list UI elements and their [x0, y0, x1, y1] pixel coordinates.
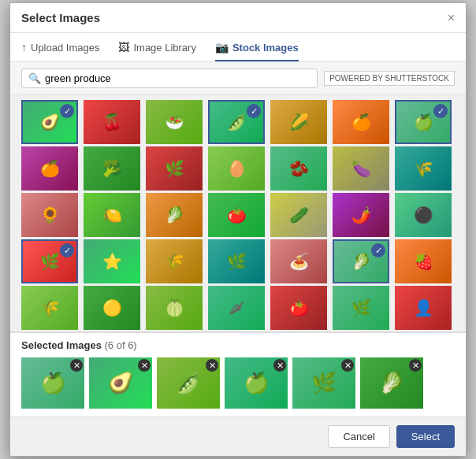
tab-library-label: Image Library — [133, 42, 195, 54]
selected-check-badge: ✓ — [60, 243, 74, 257]
image-cell[interactable]: 🫛✓ — [208, 100, 265, 144]
image-cell[interactable]: 🌿 — [146, 146, 203, 191]
image-cell[interactable]: 🍝 — [270, 239, 327, 283]
selected-thumb: 🌿✕ — [292, 357, 355, 409]
search-icon: 🔍 — [28, 72, 41, 84]
image-cell[interactable]: ⚫ — [395, 193, 452, 237]
library-icon: 🖼 — [118, 41, 129, 54]
search-input-wrap: 🔍 — [21, 68, 318, 88]
image-cell[interactable]: 🍒 — [84, 100, 140, 144]
selected-thumbs: 🍏✕🥑✕🫛✕🍏✕🌿✕🥬✕ — [21, 357, 455, 409]
search-bar: 🔍 POWERED BY SHUTTERSTOCK — [10, 62, 466, 95]
selected-check-badge: ✓ — [433, 104, 448, 118]
remove-selected-button[interactable]: ✕ — [138, 359, 151, 372]
image-cell[interactable]: 🌿✓ — [21, 239, 78, 283]
modal-title: Select Images — [21, 11, 100, 24]
modal-footer: Cancel Select — [10, 416, 466, 456]
select-button[interactable]: Select — [396, 425, 455, 448]
image-cell[interactable]: 🌿 — [333, 286, 389, 330]
tab-stock[interactable]: 📷 Stock Images — [215, 41, 299, 61]
image-cell[interactable]: 🍈 — [146, 286, 203, 330]
tab-bar: ↑ Upload Images 🖼 Image Library 📷 Stock … — [10, 33, 466, 62]
image-cell[interactable]: 🥬✓ — [333, 239, 389, 283]
selected-thumb: 🫛✕ — [157, 357, 220, 409]
image-cell[interactable]: 👤 — [395, 286, 452, 330]
image-cell[interactable]: 🥑✓ — [21, 100, 78, 144]
modal-header: Select Images × — [10, 3, 466, 33]
tab-library[interactable]: 🖼 Image Library — [118, 41, 195, 61]
image-cell[interactable]: 🍆 — [333, 146, 389, 191]
selected-section: Selected Images (6 of 6) 🍏✕🥑✕🫛✕🍏✕🌿✕🥬✕ — [10, 331, 466, 416]
image-cell[interactable]: 🌶 — [208, 286, 265, 330]
image-cell[interactable]: 🥚 — [208, 146, 265, 191]
remove-selected-button[interactable]: ✕ — [409, 359, 422, 372]
image-cell[interactable]: 🍓 — [395, 239, 452, 283]
tab-upload[interactable]: ↑ Upload Images — [21, 41, 99, 61]
remove-selected-button[interactable]: ✕ — [70, 359, 83, 372]
image-cell[interactable]: 🌶️ — [333, 193, 389, 237]
remove-selected-button[interactable]: ✕ — [273, 359, 286, 372]
image-cell[interactable]: 🍊 — [21, 146, 78, 191]
tab-upload-label: Upload Images — [31, 42, 99, 54]
selected-count: (6 of 6) — [105, 339, 137, 351]
image-cell[interactable]: ⭐ — [84, 239, 140, 283]
select-images-modal: Select Images × ↑ Upload Images 🖼 Image … — [9, 2, 467, 457]
image-cell[interactable]: 🥗 — [146, 100, 203, 144]
selected-check-badge: ✓ — [371, 243, 385, 257]
image-cell[interactable]: 🍏✓ — [395, 100, 452, 144]
search-input[interactable] — [45, 72, 311, 84]
stock-icon: 📷 — [215, 41, 229, 54]
image-cell[interactable]: 🌾 — [21, 286, 78, 330]
image-cell[interactable]: 🥬 — [146, 193, 203, 237]
image-cell[interactable]: 🍊 — [333, 100, 389, 144]
image-cell[interactable]: 🌾 — [146, 239, 203, 283]
cancel-button[interactable]: Cancel — [328, 425, 389, 448]
upload-icon: ↑ — [21, 41, 27, 54]
image-cell[interactable]: 🌾 — [395, 146, 452, 191]
image-cell[interactable]: 🫘 — [270, 146, 327, 191]
shutterstock-badge: POWERED BY SHUTTERSTOCK — [324, 71, 455, 86]
selected-title: Selected Images (6 of 6) — [21, 339, 455, 351]
image-grid: 🥑✓🍒🥗🫛✓🌽🍊🍏✓🍊🥦🌿🥚🫘🍆🌾🌻🍋🥬🍅🥒🌶️⚫🌿✓⭐🌾🌿🍝🥬✓🍓🌾🟡🍈🌶🍅🌿… — [10, 95, 466, 331]
remove-selected-button[interactable]: ✕ — [206, 359, 218, 372]
image-cell[interactable]: 🌽 — [270, 100, 327, 144]
image-cell[interactable]: 🍋 — [84, 193, 140, 237]
selected-check-badge: ✓ — [247, 104, 261, 118]
selected-thumb: 🥑✕ — [89, 357, 152, 409]
image-cell[interactable]: 🌿 — [208, 239, 265, 283]
selected-thumb: 🍏✕ — [21, 357, 84, 409]
selected-thumb: 🍏✕ — [225, 357, 288, 409]
image-cell[interactable]: 🥒 — [270, 193, 327, 237]
image-cell[interactable]: 🍅 — [270, 286, 327, 330]
image-cell[interactable]: 🌻 — [21, 193, 78, 237]
image-cell[interactable]: 🍅 — [208, 193, 265, 237]
remove-selected-button[interactable]: ✕ — [341, 359, 354, 372]
close-button[interactable]: × — [448, 12, 455, 24]
selected-thumb: 🥬✕ — [360, 357, 423, 409]
image-cell[interactable]: 🟡 — [84, 286, 140, 330]
tab-stock-label: Stock Images — [232, 42, 299, 54]
selected-check-badge: ✓ — [60, 104, 74, 118]
image-cell[interactable]: 🥦 — [84, 146, 140, 191]
